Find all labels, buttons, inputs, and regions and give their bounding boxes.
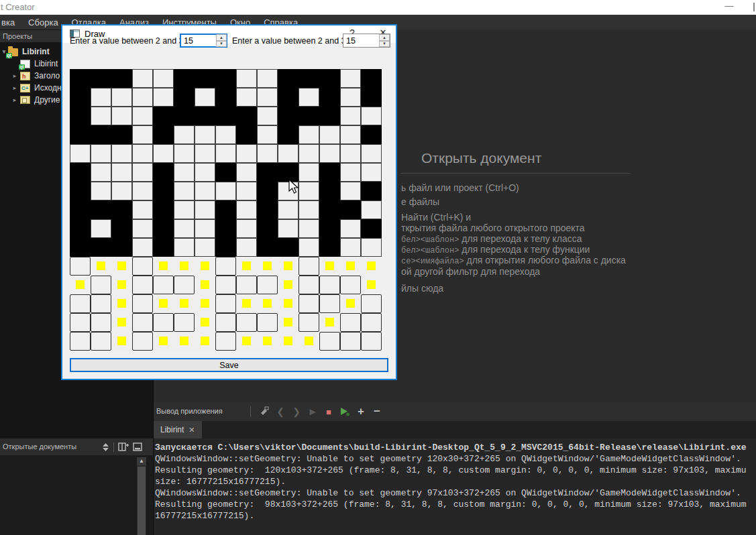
grid-cell[interactable]: [215, 200, 236, 219]
grid-cell[interactable]: [153, 182, 174, 200]
grid-cell[interactable]: [132, 125, 153, 144]
grid-cell[interactable]: [195, 294, 215, 313]
grid-cell[interactable]: [111, 257, 132, 276]
grid-cell[interactable]: [195, 182, 215, 200]
grid-cell[interactable]: [174, 69, 195, 88]
grid-cell[interactable]: [153, 200, 174, 219]
grid-cell[interactable]: [153, 313, 174, 332]
grid-cell[interactable]: [299, 107, 319, 125]
grid-cell[interactable]: [195, 163, 215, 182]
grid-cell[interactable]: [153, 276, 174, 294]
grid-cell[interactable]: [236, 125, 257, 144]
grid-cell[interactable]: [91, 125, 111, 144]
grid-cell[interactable]: [70, 219, 91, 238]
cols-spinbox-arrows[interactable]: ▲ ▼: [379, 34, 390, 47]
grid-cell[interactable]: [91, 332, 111, 351]
grid-cell[interactable]: [319, 144, 340, 163]
grid-cell[interactable]: [299, 294, 319, 313]
grid-cell[interactable]: [91, 144, 111, 163]
grid-cell[interactable]: [278, 88, 299, 107]
grid-cell[interactable]: [299, 163, 319, 182]
grid-cell[interactable]: [299, 332, 319, 351]
grid-cell[interactable]: [340, 69, 361, 88]
grid-cell[interactable]: [340, 144, 361, 163]
grid-cell[interactable]: [132, 107, 153, 125]
grid-cell[interactable]: [340, 332, 361, 351]
grid-cell[interactable]: [257, 219, 278, 238]
grid-cell[interactable]: [174, 313, 195, 332]
save-button[interactable]: Save: [70, 358, 388, 372]
grid-cell[interactable]: [361, 276, 382, 294]
grid-cell[interactable]: [111, 219, 132, 238]
grid-cell[interactable]: [174, 88, 195, 107]
grid-cell[interactable]: [340, 88, 361, 107]
grid-cell[interactable]: [319, 332, 340, 351]
grid-cell[interactable]: [91, 257, 111, 276]
grid-cell[interactable]: [174, 332, 195, 351]
grid-cell[interactable]: [257, 107, 278, 125]
spin-down-icon[interactable]: ▼: [216, 41, 227, 48]
grid-cell[interactable]: [299, 219, 319, 238]
grid-cell[interactable]: [236, 88, 257, 107]
grid-cell[interactable]: [319, 238, 340, 257]
draw-grid[interactable]: [70, 69, 382, 351]
grid-cell[interactable]: [319, 88, 340, 107]
grid-cell[interactable]: [257, 257, 278, 276]
grid-cell[interactable]: [215, 69, 236, 88]
grid-cell[interactable]: [236, 294, 257, 313]
grid-cell[interactable]: [299, 276, 319, 294]
grid-cell[interactable]: [174, 294, 195, 313]
grid-cell[interactable]: [91, 294, 111, 313]
grid-cell[interactable]: [91, 163, 111, 182]
grid-cell[interactable]: [361, 69, 382, 88]
grid-cell[interactable]: [111, 88, 132, 107]
grid-cell[interactable]: [236, 257, 257, 276]
tab-libirint[interactable]: Libirint ✕: [154, 421, 202, 438]
grid-cell[interactable]: [174, 163, 195, 182]
grid-cell[interactable]: [215, 107, 236, 125]
grid-cell[interactable]: [236, 163, 257, 182]
grid-cell[interactable]: [195, 219, 215, 238]
grid-cell[interactable]: [361, 332, 382, 351]
grid-cell[interactable]: [340, 200, 361, 219]
run-debug-icon[interactable]: [338, 405, 352, 418]
grid-cell[interactable]: [174, 144, 195, 163]
chevron-right-icon[interactable]: ❯: [290, 405, 303, 418]
split-add-icon[interactable]: [118, 442, 129, 451]
grid-cell[interactable]: [153, 88, 174, 107]
grid-cell[interactable]: [340, 313, 361, 332]
grid-cell[interactable]: [70, 144, 91, 163]
grid-cell[interactable]: [340, 107, 361, 125]
grid-cell[interactable]: [236, 313, 257, 332]
grid-cell[interactable]: [111, 182, 132, 200]
zoom-out-icon[interactable]: −: [370, 405, 384, 418]
grid-cell[interactable]: [111, 313, 132, 332]
grid-cell[interactable]: [91, 107, 111, 125]
grid-cell[interactable]: [278, 313, 299, 332]
grid-cell[interactable]: [195, 276, 215, 294]
grid-cell[interactable]: [91, 238, 111, 257]
grid-cell[interactable]: [111, 144, 132, 163]
grid-cell[interactable]: [91, 69, 111, 88]
grid-cell[interactable]: [70, 257, 91, 276]
grid-cell[interactable]: [236, 276, 257, 294]
grid-cell[interactable]: [195, 238, 215, 257]
grid-cell[interactable]: [319, 163, 340, 182]
grid-cell[interactable]: [340, 294, 361, 313]
grid-cell[interactable]: [91, 200, 111, 219]
grid-cell[interactable]: [236, 144, 257, 163]
expander-icon[interactable]: ▸: [11, 97, 19, 103]
stop-icon[interactable]: ■: [322, 405, 335, 418]
grid-cell[interactable]: [340, 125, 361, 144]
grid-cell[interactable]: [299, 69, 319, 88]
grid-cell[interactable]: [70, 276, 91, 294]
grid-cell[interactable]: [111, 163, 132, 182]
grid-cell[interactable]: [132, 88, 153, 107]
grid-cell[interactable]: [299, 257, 319, 276]
scrollbar[interactable]: ▲: [137, 457, 146, 535]
spin-up-icon[interactable]: ▲: [379, 34, 390, 41]
clean-icon[interactable]: [258, 405, 271, 418]
grid-cell[interactable]: [361, 107, 382, 125]
grid-cell[interactable]: [111, 107, 132, 125]
grid-cell[interactable]: [174, 219, 195, 238]
